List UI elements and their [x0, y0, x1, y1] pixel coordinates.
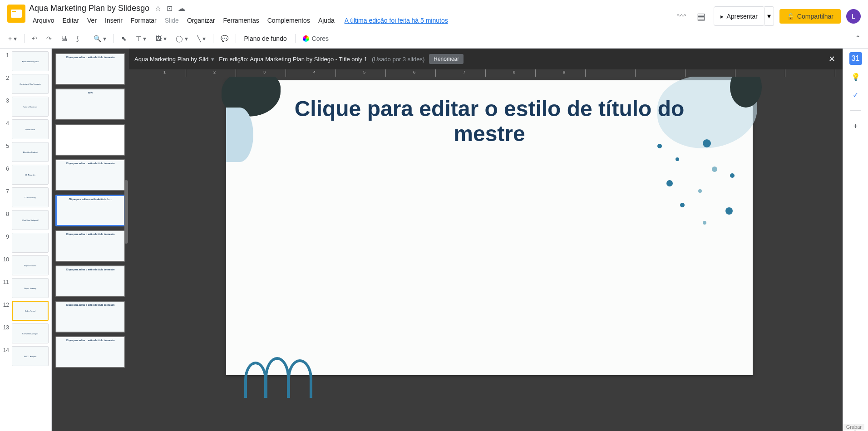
slide-preview[interactable]: What Sets Us Apart?: [12, 210, 49, 230]
last-edit-link[interactable]: A última edição foi feita há 5 minutos: [345, 17, 448, 24]
slide-preview[interactable]: Competitor Analysis: [12, 323, 49, 343]
slide-number: 6: [3, 165, 9, 185]
comment-button[interactable]: 💬: [217, 32, 232, 45]
layout-thumb[interactable]: [55, 124, 125, 156]
slide-preview[interactable]: Buyer Persona: [12, 255, 49, 275]
menu-slide: Slide: [161, 15, 182, 26]
slide-canvas[interactable]: Clique para editar o estilo de título do…: [136, 77, 843, 430]
slide-preview[interactable]: 01 About Us: [12, 165, 49, 185]
slide-preview[interactable]: Our company: [12, 187, 49, 207]
slide-number: 5: [3, 142, 9, 162]
layout-thumb[interactable]: xx%: [55, 88, 125, 120]
menu-complementos[interactable]: Complementos: [264, 15, 314, 26]
slide-thumb[interactable]: 10Buyer Persona: [3, 255, 49, 275]
slide-thumb[interactable]: 4Introduction: [3, 119, 49, 139]
slide-thumb[interactable]: 11Buyer Journey: [3, 278, 49, 298]
collapse-toolbar-icon[interactable]: ⌃: [852, 31, 863, 45]
zoom-button[interactable]: 🔍 ▾: [90, 32, 110, 45]
ruler-tick: 4: [313, 70, 316, 74]
slide-thumb[interactable]: 13Competitor Analysis: [3, 323, 49, 343]
close-master-icon[interactable]: ✕: [827, 52, 837, 66]
menu-ferramentas[interactable]: Ferramentas: [219, 15, 262, 26]
present-button[interactable]: ▸Apresentar: [714, 6, 764, 26]
slide-number: 11: [3, 278, 9, 298]
doc-title[interactable]: Aqua Marketing Plan by Slidesgo: [29, 4, 149, 13]
lock-icon: 🔒: [787, 13, 794, 20]
menu-inserir[interactable]: Inserir: [101, 15, 126, 26]
image-tool[interactable]: 🖼 ▾: [152, 32, 170, 45]
slide-thumb[interactable]: 5About the Product: [3, 142, 49, 162]
layout-thumb[interactable]: Clique para editar o estilo de título do…: [55, 159, 125, 191]
menu-editar[interactable]: Editar: [59, 15, 83, 26]
background-button[interactable]: Plano de fundo: [240, 32, 291, 45]
user-avatar[interactable]: L: [846, 9, 861, 24]
select-tool[interactable]: ⬉: [118, 32, 130, 45]
calendar-icon[interactable]: 31: [849, 52, 862, 65]
menu-ver[interactable]: Ver: [84, 15, 100, 26]
menu-ajuda[interactable]: Ajuda: [315, 15, 338, 26]
master-title-placeholder[interactable]: Clique para editar o estilo de título do…: [226, 96, 753, 146]
paint-format-button[interactable]: ⟆: [73, 32, 82, 45]
line-tool[interactable]: ╲ ▾: [193, 32, 209, 45]
slide-thumb[interactable]: 1Aqua Marketing Plan: [3, 51, 49, 71]
master-slide[interactable]: Clique para editar o estilo de título do…: [226, 80, 753, 375]
slide-preview[interactable]: Sales Funnel: [12, 301, 49, 321]
ruler-tick: 1: [163, 70, 166, 74]
shape-tool[interactable]: ◯ ▾: [172, 32, 192, 45]
print-button[interactable]: 🖶: [57, 32, 71, 45]
slide-number: 14: [3, 346, 9, 366]
slide-preview[interactable]: Table of Contents: [12, 97, 49, 117]
slide-thumb[interactable]: 601 About Us: [3, 165, 49, 185]
slide-thumb[interactable]: 2Contents of This Template: [3, 74, 49, 94]
menu-arquivo[interactable]: Arquivo: [29, 15, 58, 26]
slide-thumb[interactable]: 8What Sets Us Apart?: [3, 210, 49, 230]
slide-preview[interactable]: SWOT Analysis: [12, 346, 49, 366]
tasks-icon[interactable]: ✓: [849, 88, 862, 101]
ruler-tick: 2: [213, 70, 216, 74]
menu-organizar[interactable]: Organizar: [183, 15, 218, 26]
slide-panel[interactable]: 1Aqua Marketing Plan2Contents of This Te…: [0, 49, 52, 431]
star-icon[interactable]: ☆: [155, 4, 161, 13]
slide-preview[interactable]: Buyer Journey: [12, 278, 49, 298]
textbox-tool[interactable]: ⊤ ▾: [132, 32, 150, 45]
layout-thumb[interactable]: Clique para editar o estilo de título do…: [55, 195, 125, 226]
ruler-vertical: [129, 77, 136, 430]
slides-logo[interactable]: [7, 5, 25, 23]
slide-preview[interactable]: [12, 233, 49, 253]
ruler-tick: 3: [263, 70, 266, 74]
slide-thumb[interactable]: 9: [3, 233, 49, 253]
redo-button[interactable]: ↷: [43, 32, 55, 45]
undo-button[interactable]: ↶: [28, 32, 41, 45]
scrollbar-thumb[interactable]: [124, 180, 128, 244]
rename-button[interactable]: Renomear: [429, 54, 464, 64]
comments-icon[interactable]: ▤: [694, 8, 708, 24]
slide-preview[interactable]: About the Product: [12, 142, 49, 162]
layout-thumb[interactable]: Clique para editar o estilo de título do…: [55, 336, 125, 368]
trending-icon[interactable]: 〰: [674, 8, 689, 24]
layout-thumb[interactable]: Clique para editar o estilo de título do…: [55, 301, 125, 333]
layout-thumb[interactable]: Clique para editar o estilo de título do…: [55, 53, 125, 85]
add-addon-icon[interactable]: +: [849, 120, 862, 132]
layout-panel[interactable]: Clique para editar o estilo de título do…: [52, 49, 129, 431]
layout-thumb[interactable]: Clique para editar o estilo de título do…: [55, 230, 125, 262]
new-slide-button[interactable]: + ▾: [5, 32, 20, 45]
slide-thumb[interactable]: 3Table of Contents: [3, 97, 49, 117]
theme-colors-button[interactable]: Cores: [299, 32, 332, 45]
cloud-icon[interactable]: ☁: [178, 4, 185, 13]
share-button[interactable]: 🔒Compartilhar: [779, 9, 841, 24]
slide-thumb[interactable]: 14SWOT Analysis: [3, 346, 49, 366]
slide-preview[interactable]: Contents of This Template: [12, 74, 49, 94]
slide-thumb[interactable]: 7Our company: [3, 187, 49, 207]
keep-icon[interactable]: 💡: [849, 70, 862, 83]
decoration-dots: [648, 139, 739, 230]
present-dropdown[interactable]: ▾: [764, 6, 774, 26]
slide-number: 8: [3, 210, 9, 230]
slide-preview[interactable]: Introduction: [12, 119, 49, 139]
master-breadcrumb[interactable]: Aqua Marketing Plan by Slid ▾: [134, 56, 214, 63]
title-area: Aqua Marketing Plan by Slidesgo ☆ ⊡ ☁ Ar…: [29, 3, 671, 26]
move-icon[interactable]: ⊡: [167, 4, 173, 13]
slide-preview[interactable]: Aqua Marketing Plan: [12, 51, 49, 71]
layout-thumb[interactable]: Clique para editar o estilo de título do…: [55, 265, 125, 297]
slide-thumb[interactable]: 12Sales Funnel: [3, 301, 49, 321]
menu-formatar[interactable]: Formatar: [127, 15, 160, 26]
